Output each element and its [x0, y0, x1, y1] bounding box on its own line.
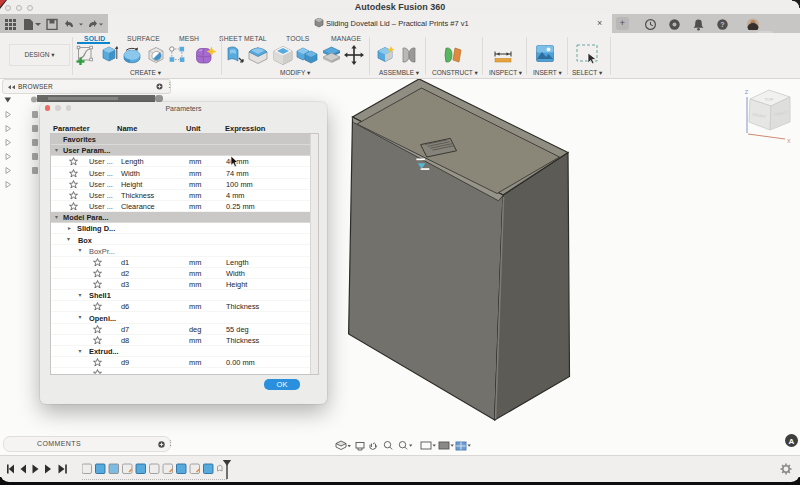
svg-text:X: X: [787, 138, 791, 144]
svg-text:?: ?: [720, 21, 724, 28]
svg-text:TOP: TOP: [765, 97, 774, 102]
svg-text:Z: Z: [745, 89, 749, 95]
